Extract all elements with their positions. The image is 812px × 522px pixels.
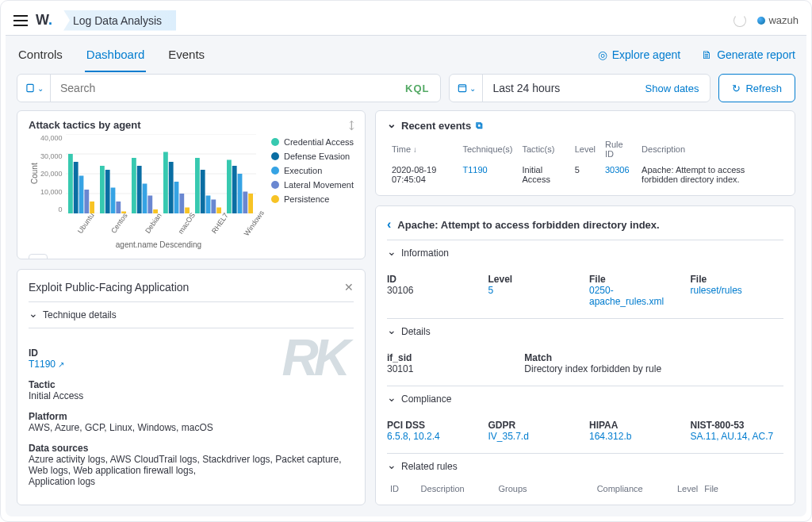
rel-id-link[interactable]: 30104: [387, 498, 418, 505]
generate-report-button[interactable]: 🗎 Generate report: [701, 48, 795, 61]
rule-detail-panel: Apache: Attempt to access forbidden dire…: [375, 205, 795, 505]
brand-badge: wazuh: [757, 14, 799, 26]
rule-level-link[interactable]: 5: [488, 285, 582, 296]
svg-rect-1: [458, 85, 465, 92]
top-bar: W. Log Data Analysis wazuh: [6, 6, 806, 36]
rel-col-desc[interactable]: Description: [418, 479, 496, 498]
technique-panel: Exploit Public-Facing Application ✕ Tech…: [17, 269, 366, 505]
chart-legend: Credential AccessDefense EvasionExecutio…: [271, 134, 354, 259]
breadcrumb[interactable]: Log Data Analysis: [63, 10, 176, 31]
related-rules-label: Related rules: [401, 461, 458, 472]
explore-agent-button[interactable]: ◎ Explore agent: [598, 48, 680, 61]
col-technique[interactable]: Technique(s): [458, 136, 517, 162]
datasources-line1: Azure activity logs, AWS CloudTrail logs…: [29, 454, 354, 465]
rel-desc: Apache: segmentation fault.: [418, 498, 496, 505]
refresh-button[interactable]: ↻ Refresh: [718, 74, 795, 102]
rel-col-compliance[interactable]: Compliance: [594, 479, 674, 498]
svg-rect-28: [200, 170, 205, 213]
tab-controls[interactable]: Controls: [17, 38, 64, 72]
nist-link[interactable]: SA.11, AU.14, AC.7: [691, 431, 784, 442]
kql-toggle[interactable]: KQL: [394, 83, 440, 94]
date-picker[interactable]: ⌄ Last 24 hours Show dates: [449, 74, 710, 102]
cell-technique-link[interactable]: T1190: [462, 165, 487, 175]
chart-panel: ⤡ Attack tactics by agent Count 40,000 3…: [17, 110, 366, 259]
close-icon[interactable]: ✕: [344, 281, 354, 294]
legend-item[interactable]: Defense Evasion: [271, 152, 354, 161]
rel-level: 12: [674, 498, 701, 505]
tab-events[interactable]: Events: [167, 38, 206, 72]
recent-events-title: Recent events: [401, 120, 471, 132]
information-accordion[interactable]: Information: [387, 240, 783, 266]
back-icon[interactable]: [387, 217, 391, 232]
technique-id-link[interactable]: T1190: [29, 359, 64, 370]
cell-ruleid-link[interactable]: 30306: [605, 165, 630, 175]
related-rules-accordion[interactable]: Related rules: [387, 453, 783, 479]
rel-col-level[interactable]: Level: [674, 479, 701, 498]
technique-title: Exploit Public-Facing Application: [29, 281, 189, 294]
brand-dot-icon: [757, 17, 765, 25]
tab-dashboard[interactable]: Dashboard: [85, 38, 146, 72]
tactic-value: Initial Access: [29, 390, 354, 401]
table-row[interactable]: 2020-08-19 07:45:04 T1190 Initial Access…: [387, 162, 783, 187]
gdpr-link[interactable]: IV_35.7.d: [488, 431, 582, 442]
chevron-down-icon[interactable]: [387, 119, 396, 132]
refresh-label: Refresh: [745, 83, 782, 94]
rule-file-link[interactable]: 0250-apache_rules.xml: [589, 285, 683, 307]
show-dates-button[interactable]: Show dates: [634, 83, 710, 94]
loading-icon: [733, 14, 746, 27]
legend-item[interactable]: Persistence: [271, 194, 354, 204]
svg-rect-23: [168, 162, 173, 213]
svg-rect-15: [116, 202, 121, 213]
explore-agent-label: Explore agent: [612, 48, 680, 61]
rel-col-file[interactable]: File: [701, 479, 783, 498]
related-rules-table: ID Description Groups Compliance Level F…: [387, 479, 783, 505]
rule-path-link[interactable]: ruleset/rules: [691, 285, 784, 296]
svg-rect-35: [243, 192, 247, 214]
cell-level: 5: [570, 162, 600, 187]
technique-details-accordion[interactable]: Technique details: [29, 301, 354, 328]
col-ruleid[interactable]: Rule ID: [600, 136, 637, 162]
refresh-icon: ↻: [732, 83, 741, 94]
cell-desc: Apache: Attempt to access forbidden dire…: [637, 162, 783, 187]
details-label: Details: [401, 326, 431, 337]
document-icon: 🗎: [701, 48, 712, 61]
pci-link[interactable]: 6.5.8, 10.2.4: [387, 431, 481, 442]
col-tactic[interactable]: Tactic(s): [517, 136, 569, 162]
compliance-accordion[interactable]: Compliance: [387, 386, 783, 412]
legend-swatch: [271, 152, 279, 160]
date-range-label: Last 24 hours: [483, 82, 634, 94]
legend-item[interactable]: Lateral Movement: [271, 180, 354, 190]
cell-tactic: Initial Access: [517, 162, 569, 187]
rel-compliance: PCI HIPAA GDPR NIST-800-53 TSC: [594, 498, 674, 505]
details-accordion[interactable]: Details: [387, 318, 783, 344]
legend-item[interactable]: Credential Access: [271, 137, 354, 147]
chart-canvas: [66, 134, 256, 213]
brand-label: wazuh: [768, 14, 799, 26]
legend-item[interactable]: Execution: [271, 166, 354, 175]
svg-rect-0: [26, 84, 33, 91]
rel-col-groups[interactable]: Groups: [495, 479, 593, 498]
col-time[interactable]: Time: [387, 136, 458, 162]
svg-rect-33: [232, 166, 236, 213]
hipaa-link[interactable]: 164.312.b: [589, 431, 683, 442]
col-desc[interactable]: Description: [637, 136, 783, 162]
svg-rect-7: [68, 154, 73, 213]
calendar-icon[interactable]: ⌄: [450, 75, 483, 102]
saved-query-icon[interactable]: ⌄: [17, 75, 51, 102]
rel-file-link[interactable]: 0250-apache_rules.xml: [701, 498, 783, 505]
popout-icon[interactable]: ⧉: [476, 120, 483, 131]
search-bar[interactable]: ⌄ KQL: [17, 74, 441, 102]
search-input[interactable]: [51, 82, 394, 94]
col-level[interactable]: Level: [570, 136, 600, 162]
match-value: Directory index forbidden by rule: [524, 363, 783, 374]
platform-value: AWS, Azure, GCP, Linux, Windows, macOS: [29, 422, 354, 433]
table-row[interactable]: 30104 Apache: segmentation fault. servic…: [387, 498, 783, 505]
legend-toggle-icon[interactable]: ≡: [29, 254, 48, 259]
rel-groups: service_availability, apache, web: [495, 498, 593, 505]
rel-col-id[interactable]: ID: [387, 479, 418, 498]
menu-icon[interactable]: [13, 15, 28, 26]
svg-rect-10: [84, 190, 89, 213]
svg-rect-29: [205, 196, 210, 214]
hipaa-label: HIPAA: [589, 420, 683, 431]
datasources-line3: Application logs: [29, 476, 354, 487]
